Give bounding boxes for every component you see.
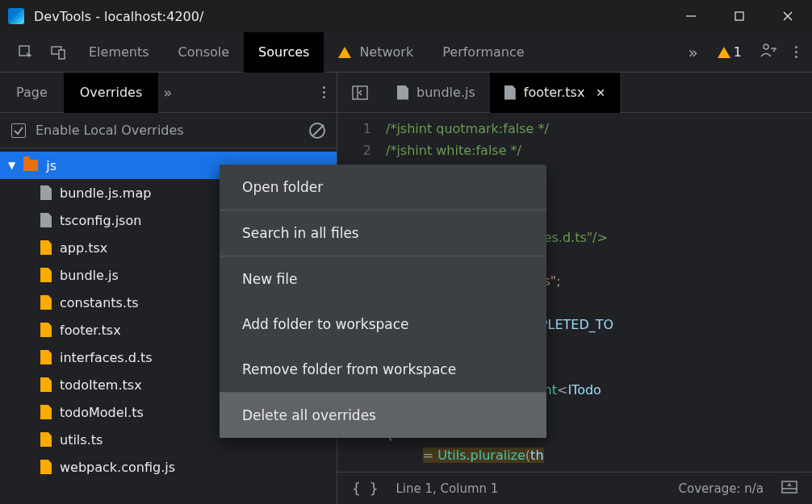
svg-point-7 <box>764 44 768 49</box>
file-icon <box>504 85 516 100</box>
svg-rect-1 <box>735 12 743 20</box>
navigator-tabs: Page Overrides » <box>0 73 337 113</box>
maximize-button[interactable] <box>715 0 764 32</box>
close-tab-icon[interactable]: ✕ <box>596 86 605 99</box>
editor-tabbar: bundle.js footer.tsx ✕ <box>337 73 812 113</box>
file-icon <box>40 460 52 474</box>
cm-delete-overrides[interactable]: Delete all overrides <box>220 393 546 438</box>
clear-icon[interactable] <box>309 123 325 139</box>
cm-remove-folder-ws[interactable]: Remove folder from workspace <box>220 347 546 392</box>
folder-icon <box>23 160 38 171</box>
editor-tab-bundle[interactable]: bundle.js <box>383 73 490 113</box>
enable-overrides-label: Enable Local Overrides <box>36 123 184 138</box>
editor-statusbar: { } Line 1, Column 1 Coverage: n/a <box>337 472 812 504</box>
device-toggle-icon[interactable] <box>42 44 74 60</box>
cm-open-folder[interactable]: Open folder <box>220 165 546 210</box>
file-icon <box>40 240 52 255</box>
file-icon <box>40 295 52 310</box>
navigator-menu-icon[interactable] <box>323 86 325 98</box>
warning-icon <box>718 47 730 58</box>
cm-new-file[interactable]: New file <box>220 256 546 302</box>
coverage-status: Coverage: n/a <box>679 481 764 496</box>
settings-person-icon[interactable] <box>760 42 777 63</box>
warn-count: 1 <box>734 44 742 60</box>
editor-tab-footer[interactable]: footer.tsx ✕ <box>490 73 620 113</box>
window-title: DevTools - localhost:4200/ <box>34 9 203 24</box>
kebab-menu-icon[interactable] <box>795 46 797 58</box>
tab-network[interactable]: Network <box>324 32 428 73</box>
close-button[interactable] <box>764 0 812 32</box>
cm-add-folder-ws[interactable]: Add folder to workspace <box>220 302 546 347</box>
tab-performance[interactable]: Performance <box>428 32 538 73</box>
sidebar-toggle-icon[interactable] <box>781 481 797 497</box>
devtools-tabbar: Elements Console Sources Network Perform… <box>0 32 812 73</box>
window-controls <box>667 0 812 32</box>
warning-icon <box>338 47 351 58</box>
file-icon <box>40 432 52 447</box>
tab-network-label: Network <box>359 44 413 60</box>
cursor-position: Line 1, Column 1 <box>396 481 499 496</box>
tab-sources[interactable]: Sources <box>244 32 324 73</box>
subtab-overrides[interactable]: Overrides <box>64 73 159 113</box>
file-icon <box>40 350 52 364</box>
tab-elements[interactable]: Elements <box>74 32 164 73</box>
file-icon <box>40 405 52 419</box>
file-item[interactable]: webpack.config.js <box>0 453 337 481</box>
tab-console[interactable]: Console <box>164 32 245 73</box>
titlebar: DevTools - localhost:4200/ <box>0 0 812 32</box>
file-icon <box>40 323 52 337</box>
enable-overrides-checkbox[interactable] <box>11 123 26 138</box>
warnings-badge[interactable]: 1 <box>718 44 742 60</box>
cm-search-files[interactable]: Search in all files <box>220 210 546 256</box>
file-icon <box>40 185 52 200</box>
file-icon <box>40 268 52 282</box>
toggle-navigator-icon[interactable] <box>337 85 383 100</box>
chevron-down-icon: ▼ <box>8 160 15 171</box>
subtab-page[interactable]: Page <box>0 73 64 113</box>
enable-overrides-row: Enable Local Overrides <box>0 113 337 148</box>
pretty-print-icon[interactable]: { } <box>352 480 379 497</box>
minimize-button[interactable] <box>667 0 715 32</box>
context-menu: Open folder Search in all files New file… <box>220 165 546 438</box>
file-icon <box>397 85 408 100</box>
file-icon <box>40 213 52 227</box>
inspect-icon[interactable] <box>10 44 42 60</box>
subtabs-overflow-icon[interactable]: » <box>163 84 172 101</box>
file-icon <box>40 377 52 392</box>
folder-label: js <box>46 158 57 173</box>
svg-rect-6 <box>59 50 65 59</box>
tabs-overflow-icon[interactable]: » <box>689 43 698 62</box>
devtools-logo-icon <box>8 8 24 24</box>
